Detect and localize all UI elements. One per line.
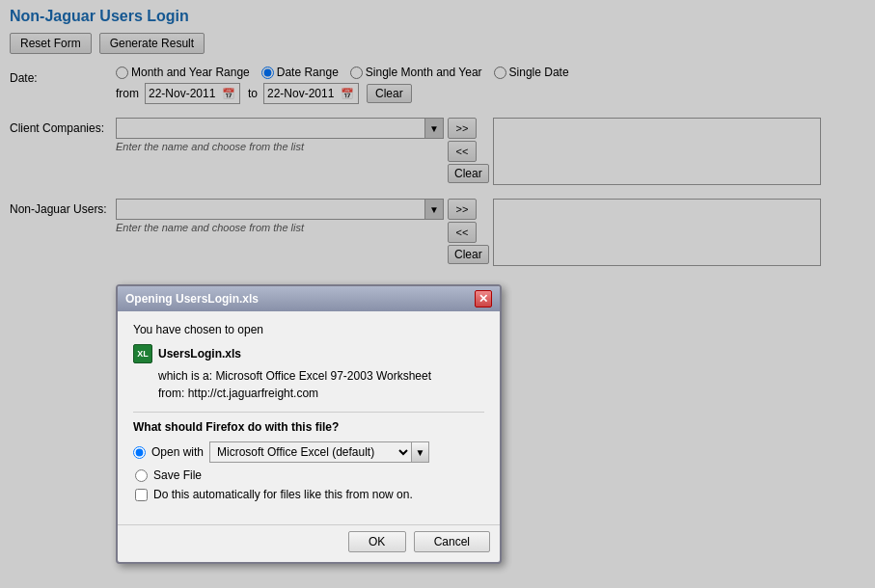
dialog-overlay: Opening UsersLogin.xls ✕ You have chosen… [0,0,875,281]
